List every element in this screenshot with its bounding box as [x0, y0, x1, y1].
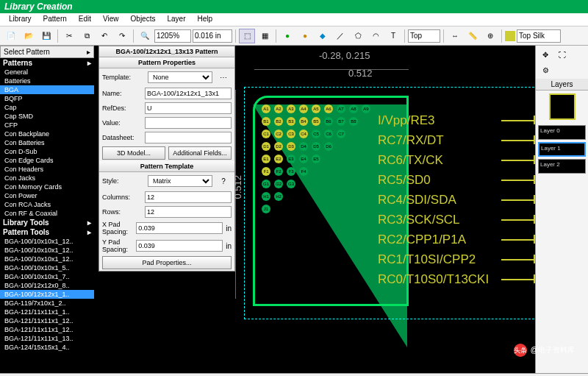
select-pattern-header[interactable]: Select Pattern▸: [0, 46, 94, 58]
pattern-item[interactable]: BGA-100/12x12x1_1..: [0, 290, 94, 299]
menu-pattern[interactable]: Pattern: [37, 13, 73, 26]
unit-label: in: [226, 242, 232, 250]
fit-icon[interactable]: ⛶: [554, 47, 570, 62]
shape-icon[interactable]: ◆: [315, 29, 331, 43]
redo-icon[interactable]: ↷: [114, 29, 130, 43]
help-icon[interactable]: ?: [215, 174, 232, 188]
pad2-icon[interactable]: ●: [297, 29, 313, 43]
line-icon[interactable]: ／: [332, 29, 348, 43]
undo-icon[interactable]: ↶: [96, 29, 112, 43]
pattern-item[interactable]: BGA-121/11x11x1_1..: [0, 308, 94, 316]
columns-field[interactable]: [145, 191, 232, 203]
pattern-template-header: Pattern Template: [99, 161, 234, 172]
origin-icon[interactable]: ⊕: [482, 29, 498, 43]
grid-input[interactable]: [193, 29, 232, 43]
menu-objects[interactable]: Objects: [125, 13, 162, 26]
text-icon[interactable]: T: [385, 29, 401, 43]
ypad-label: Y Pad Spacing:: [102, 238, 133, 253]
category-item[interactable]: Con Batteries: [0, 138, 94, 147]
pattern-props-header: Pattern Properties: [99, 57, 234, 68]
pattern-tools-header[interactable]: Pattern Tools▸: [0, 227, 94, 237]
watermark-logo: 头条: [514, 344, 527, 357]
refdes-field[interactable]: [145, 102, 232, 114]
xpad-field[interactable]: [136, 222, 223, 234]
3d-model-button[interactable]: 3D Model...: [102, 146, 165, 160]
template-select[interactable]: None: [148, 71, 212, 83]
menu-library[interactable]: Library: [3, 13, 37, 26]
watermark: 头条 @电子资料库: [514, 344, 575, 357]
category-item[interactable]: Con D-Sub: [0, 147, 94, 156]
pattern-item[interactable]: BGA-121/11x11x1_12..: [0, 325, 94, 334]
pattern-item[interactable]: BGA-100/10x10x1_12..: [0, 246, 94, 255]
layer-select[interactable]: [517, 29, 561, 43]
pattern-item[interactable]: BGA-100/10x10x1_5..: [0, 263, 94, 272]
pattern-item[interactable]: BGA-100/10x10x1_7..: [0, 272, 94, 281]
cut-icon[interactable]: ✂: [61, 29, 77, 43]
cursor-coord: -0.28, 0.215: [319, 50, 370, 61]
arc-icon[interactable]: ◠: [368, 29, 384, 43]
category-item[interactable]: Con Power: [0, 191, 94, 200]
copy-icon[interactable]: ⧉: [79, 29, 95, 43]
open-icon[interactable]: 📂: [21, 29, 37, 43]
properties-title: BGA-100/12x12x1_13x13 Pattern: [99, 46, 234, 57]
pad-properties-button[interactable]: Pad Properties...: [102, 256, 232, 269]
category-item[interactable]: Cap SMD: [0, 112, 94, 121]
menu-help[interactable]: Help: [191, 13, 218, 26]
library-tools-header[interactable]: Library Tools▸: [0, 218, 94, 227]
ruler-icon[interactable]: 📏: [465, 29, 481, 43]
grid-icon[interactable]: ▦: [257, 29, 273, 43]
layercolor-icon[interactable]: [505, 31, 515, 41]
category-item[interactable]: Con Backplane: [0, 130, 94, 138]
pattern-item[interactable]: BGA-100/12x12x0_8..: [0, 281, 94, 290]
sidebar: Select Pattern▸ Patterns▸ GeneralBatteri…: [0, 46, 94, 373]
poly-icon[interactable]: ⬠: [350, 29, 366, 43]
category-item[interactable]: Con Headers: [0, 165, 94, 174]
category-item[interactable]: Cap: [0, 103, 94, 112]
value-label: Value:: [102, 119, 142, 127]
layers-header: Layers: [536, 79, 588, 91]
category-item[interactable]: CFP: [0, 121, 94, 130]
layer-item[interactable]: Layer 1: [538, 142, 586, 157]
zoom-input[interactable]: [154, 29, 191, 43]
category-item[interactable]: Con RF & Coaxial: [0, 209, 94, 218]
category-item[interactable]: General: [0, 68, 94, 77]
category-item[interactable]: BQFP: [0, 94, 94, 103]
category-item[interactable]: Con Jacks: [0, 174, 94, 182]
mode-select[interactable]: [408, 29, 440, 43]
dim-icon[interactable]: ↔: [447, 29, 463, 43]
category-item[interactable]: Con Memory Cards: [0, 182, 94, 191]
pattern-item[interactable]: BGA-121/11x11x1_12..: [0, 316, 94, 325]
template-browse-icon[interactable]: ⋯: [215, 70, 232, 85]
menu-view[interactable]: View: [97, 13, 125, 26]
style-select[interactable]: Matrix: [148, 175, 212, 187]
pattern-item[interactable]: BGA-121/11x11x1_13..: [0, 334, 94, 343]
pan-icon[interactable]: ✥: [537, 47, 553, 62]
pattern-item[interactable]: BGA-100/10x10x1_12..: [0, 255, 94, 263]
new-icon[interactable]: 📄: [3, 29, 19, 43]
ypad-field[interactable]: [136, 240, 223, 252]
additional-fields-button[interactable]: Additional Fields...: [168, 146, 232, 160]
menu-edit[interactable]: Edit: [73, 13, 97, 26]
datasheet-field[interactable]: [145, 132, 232, 143]
patterns-header[interactable]: Patterns▸: [0, 58, 94, 68]
value-field[interactable]: [145, 117, 232, 129]
zoom-icon[interactable]: 🔍: [137, 29, 153, 43]
settings-icon[interactable]: ⚙: [537, 63, 553, 77]
category-item[interactable]: Batteries: [0, 77, 94, 85]
pattern-item[interactable]: BGA-124/15x15x1_4..: [0, 343, 94, 352]
menu-layer[interactable]: Layer: [161, 13, 191, 26]
name-field[interactable]: [145, 88, 232, 99]
layer-item[interactable]: Layer 2: [538, 159, 586, 174]
layers-panel: ✥ ⛶ ⚙ Layers Layer 0Layer 1Layer 2: [535, 46, 588, 373]
category-item[interactable]: BGA: [0, 85, 94, 94]
rows-field[interactable]: [145, 206, 232, 218]
xpad-label: X Pad Spacing:: [102, 221, 133, 235]
pad-icon[interactable]: ●: [279, 29, 295, 43]
layer-item[interactable]: Layer 0: [538, 125, 586, 140]
select-icon[interactable]: ⬚: [239, 29, 255, 43]
save-icon[interactable]: 💾: [38, 29, 54, 43]
category-item[interactable]: Con RCA Jacks: [0, 200, 94, 209]
pattern-item[interactable]: BGA-100/10x10x1_12..: [0, 237, 94, 246]
category-item[interactable]: Con Edge Cards: [0, 156, 94, 165]
pattern-item[interactable]: BGA-119/7x10x1_2..: [0, 299, 94, 308]
